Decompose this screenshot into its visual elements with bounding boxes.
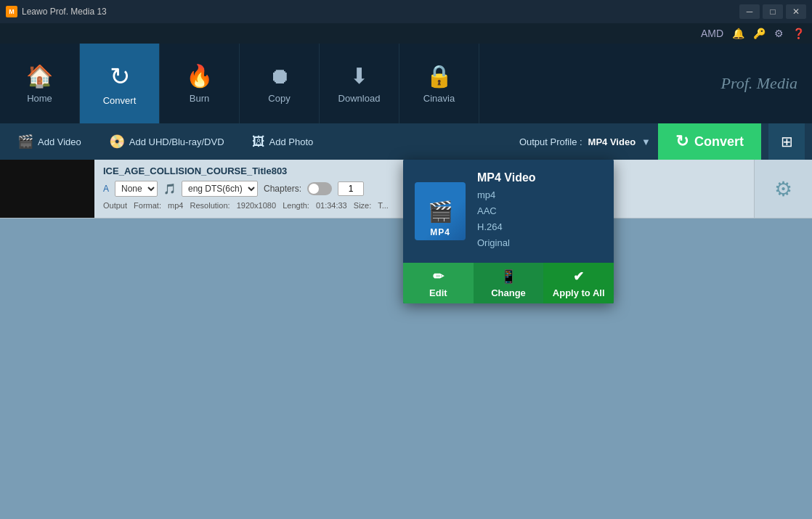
nav-label-copy: Copy (268, 93, 290, 104)
add-video-icon: 🎬 (17, 134, 33, 150)
sub-toolbar: 🎬 Add Video 📀 Add UHD/Blu-ray/DVD 🖼 Add … (0, 123, 812, 160)
edit-label: Edit (429, 287, 447, 298)
popup-quality: Original (477, 235, 536, 251)
add-video-button[interactable]: 🎬 Add Video (7, 129, 92, 154)
apply-label: Apply to All (553, 287, 605, 298)
format-popup: MP4 MP4 Video mp4 AAC H.264 Original ✏ E… (403, 160, 614, 303)
resolution-value: 1920x1080 (237, 201, 276, 210)
audio-select[interactable]: eng DTS(6ch) (182, 181, 258, 197)
nav-item-cinavia[interactable]: 🔒 Cinavia (399, 44, 479, 123)
cinavia-icon: 🔒 (426, 63, 452, 89)
popup-format-name: MP4 Video (477, 171, 536, 184)
app-title: Leawo Prof. Media 13 (22, 7, 107, 17)
toolbar-strip: AMD 🔔 🔑 ⚙ ❓ (0, 23, 812, 44)
nav-item-convert[interactable]: ↻ Convert (80, 44, 160, 123)
popup-details: MP4 Video mp4 AAC H.264 Original (477, 171, 536, 251)
change-button[interactable]: 📱 Change (474, 263, 544, 303)
nav-label-convert: Convert (103, 95, 137, 106)
output-profile-section: Output Profile : MP4 Video ▼ (519, 136, 651, 147)
convert-btn-label: Convert (694, 134, 744, 150)
format-value: mp4 (168, 201, 183, 210)
chapters-toggle[interactable] (307, 182, 332, 195)
refresh-icon: ↻ (675, 132, 689, 151)
nav-item-home[interactable]: 🏠 Home (0, 44, 80, 123)
chevron-down-icon[interactable]: ▼ (641, 136, 651, 147)
burn-icon: 🔥 (186, 63, 213, 89)
minimize-button[interactable]: ─ (739, 4, 760, 19)
nav-item-burn[interactable]: 🔥 Burn (160, 44, 240, 123)
key-icon[interactable]: 🔑 (753, 28, 766, 39)
output-profile-value[interactable]: MP4 Video (588, 136, 636, 147)
nav-item-copy[interactable]: ⏺ Copy (240, 44, 320, 123)
length-label: Length: (283, 201, 309, 210)
mp4-label: MP4 (430, 227, 450, 237)
help-icon[interactable]: ❓ (792, 28, 805, 39)
popup-actions: ✏ Edit 📱 Change ✔ Apply to All (403, 263, 614, 303)
change-label: Change (491, 287, 526, 298)
settings-wheel-icon: ⚙ (774, 177, 792, 201)
size-label: Size: (354, 201, 371, 210)
chapter-number-input[interactable] (338, 181, 364, 196)
audio-icon: 🎵 (163, 183, 176, 195)
close-button[interactable]: ✕ (786, 4, 806, 19)
window-controls: ─ □ ✕ (739, 4, 806, 19)
edit-button[interactable]: ✏ Edit (403, 263, 474, 303)
add-uhd-button[interactable]: 📀 Add UHD/Blu-ray/DVD (99, 129, 235, 154)
app-logo: M (6, 6, 17, 17)
subtitle-select[interactable]: None (115, 181, 158, 197)
nav-bar: 🏠 Home ↻ Convert 🔥 Burn ⏺ Copy ⬇ Downloa… (0, 44, 812, 123)
copy-icon: ⏺ (269, 64, 291, 89)
file-thumbnail (0, 160, 94, 218)
add-uhd-label: Add UHD/Blu-ray/DVD (129, 136, 224, 147)
apply-all-button[interactable]: ✔ Apply to All (543, 263, 614, 303)
convert-icon: ↻ (110, 62, 130, 91)
mp4-format-icon: MP4 (415, 182, 466, 240)
popup-top: MP4 MP4 Video mp4 AAC H.264 Original (403, 160, 614, 263)
edit-icon: ✏ (433, 269, 444, 285)
prof-media-logo: Prof. Media (721, 74, 798, 93)
apply-icon: ✔ (573, 269, 584, 285)
size-value: T... (378, 201, 389, 210)
nav-item-download[interactable]: ⬇ Download (320, 44, 399, 123)
nav-label-download: Download (338, 93, 381, 104)
add-photo-button[interactable]: 🖼 Add Photo (242, 130, 324, 154)
convert-button[interactable]: ↻ Convert (658, 123, 761, 160)
nav-label-home: Home (27, 93, 52, 104)
format-label: Format: (134, 201, 161, 210)
amd-icon: AMD (701, 28, 723, 39)
nav-label-burn: Burn (190, 93, 209, 104)
notification-icon[interactable]: 🔔 (732, 28, 744, 39)
nav-label-cinavia: Cinavia (423, 93, 455, 104)
download-icon: ⬇ (350, 63, 368, 89)
add-video-label: Add Video (38, 136, 81, 147)
popup-extension: mp4 (477, 187, 536, 203)
file-action-icon[interactable]: ⚙ (754, 160, 812, 218)
resolution-label: Resolution: (190, 201, 230, 210)
add-photo-icon: 🖼 (252, 134, 265, 150)
length-value: 01:34:33 (316, 201, 347, 210)
popup-video: H.264 (477, 219, 536, 235)
settings-icon[interactable]: ⚙ (774, 28, 784, 39)
popup-card: MP4 MP4 Video mp4 AAC H.264 Original ✏ E… (403, 160, 614, 303)
output-label: Output (103, 201, 127, 210)
output-profile-label: Output Profile : (519, 136, 582, 147)
add-uhd-icon: 📀 (109, 134, 125, 150)
restore-button[interactable]: □ (763, 4, 783, 19)
subtitle-icon: A (103, 184, 109, 194)
title-bar: M Leawo Prof. Media 13 ─ □ ✕ (0, 0, 812, 23)
home-icon: 🏠 (26, 63, 53, 89)
add-photo-label: Add Photo (269, 136, 314, 147)
chapters-label: Chapters: (264, 184, 301, 194)
content-area: ICE_AGE_COLLISION_COURSE_Title803 A None… (0, 160, 812, 519)
change-icon: 📱 (500, 269, 516, 285)
grid-view-button[interactable]: ⊞ (768, 123, 805, 160)
grid-icon: ⊞ (781, 133, 793, 150)
nav-logo: Prof. Media (479, 44, 812, 123)
popup-audio: AAC (477, 203, 536, 219)
